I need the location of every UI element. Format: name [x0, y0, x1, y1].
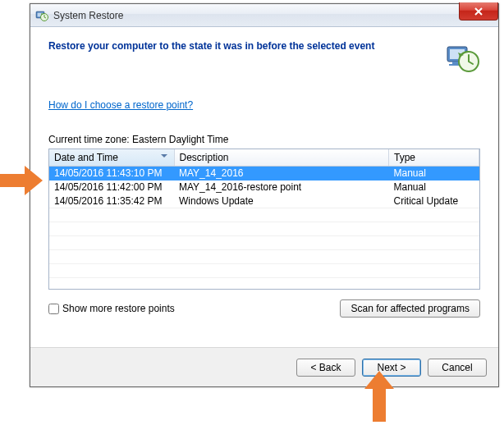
cell-description: MAY_14_2016-restore point	[174, 181, 389, 194]
table-row-empty	[49, 222, 479, 236]
content-area: Restore your computer to the state it wa…	[30, 27, 498, 347]
table-row-empty	[49, 250, 479, 264]
close-button[interactable]	[459, 2, 498, 21]
annotation-arrow-row	[0, 166, 44, 195]
column-header-type[interactable]: Type	[389, 149, 479, 167]
system-restore-icon	[35, 9, 48, 22]
cell-description: Windows Update	[174, 194, 389, 208]
table-row-empty	[49, 278, 479, 290]
titlebar: System Restore	[30, 4, 498, 27]
restore-large-icon	[444, 39, 480, 75]
column-label: Type	[394, 152, 415, 163]
timezone-label: Current time zone: Eastern Daylight Time	[48, 134, 480, 145]
annotation-arrow-next	[364, 371, 394, 420]
show-more-checkbox-input[interactable]	[48, 304, 59, 314]
table-row[interactable]: 14/05/2016 11:42:00 PMMAY_14_2016-restor…	[49, 181, 479, 194]
cell-datetime: 14/05/2016 11:43:10 PM	[49, 167, 174, 181]
table-row-empty	[49, 236, 479, 250]
table-row[interactable]: 14/05/2016 11:43:10 PMMAY_14_2016Manual	[49, 167, 479, 181]
wizard-footer: < Back Next > Cancel	[30, 347, 498, 386]
back-button[interactable]: < Back	[296, 359, 355, 377]
table-row[interactable]: 14/05/2016 11:35:42 PMWindows UpdateCrit…	[49, 194, 479, 208]
cancel-button[interactable]: Cancel	[428, 359, 487, 377]
column-label: Description	[180, 152, 229, 163]
column-header-datetime[interactable]: Date and Time	[49, 149, 174, 167]
cell-datetime: 14/05/2016 11:35:42 PM	[49, 194, 174, 208]
column-label: Date and Time	[54, 152, 118, 163]
help-link[interactable]: How do I choose a restore point?	[48, 99, 193, 111]
table-row-empty	[49, 208, 479, 222]
table-row-empty	[49, 264, 479, 278]
page-heading: Restore your computer to the state it wa…	[48, 40, 374, 52]
column-header-description[interactable]: Description	[174, 149, 389, 167]
sort-descending-icon	[161, 154, 167, 158]
cell-description: MAY_14_2016	[174, 167, 389, 181]
cell-datetime: 14/05/2016 11:42:00 PM	[49, 181, 174, 194]
cell-type: Manual	[389, 167, 479, 181]
show-more-label: Show more restore points	[62, 303, 175, 314]
window-title: System Restore	[53, 10, 123, 21]
cell-type: Manual	[389, 181, 479, 194]
scan-affected-button[interactable]: Scan for affected programs	[340, 299, 480, 318]
show-more-checkbox[interactable]: Show more restore points	[48, 303, 175, 314]
restore-points-table[interactable]: Date and Time Description Type 14/05/201…	[48, 149, 480, 290]
system-restore-window: System Restore Restore your computer to …	[30, 3, 499, 387]
cell-type: Critical Update	[389, 194, 479, 208]
